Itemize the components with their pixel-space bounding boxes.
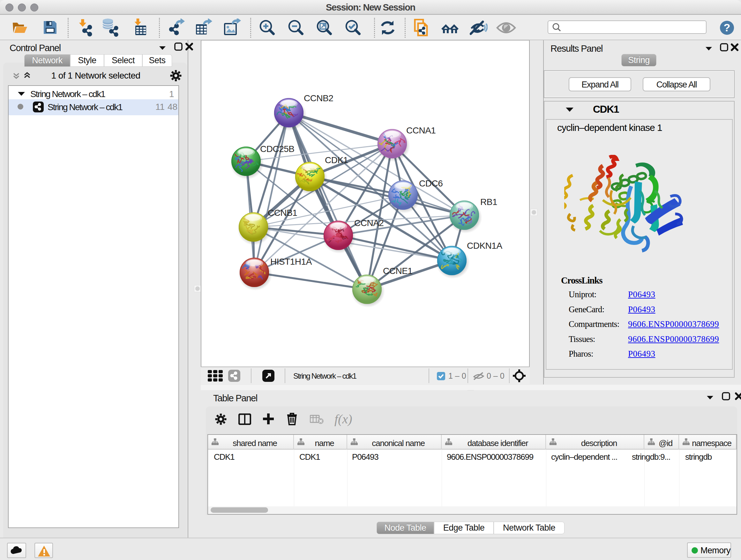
svg-text:CCNB2: CCNB2 [304, 93, 333, 103]
svg-text:HIST1H1A: HIST1H1A [270, 257, 312, 266]
svg-text:RB1: RB1 [480, 197, 497, 207]
svg-text:CCNB1: CCNB1 [268, 208, 297, 218]
svg-text:CDC6: CDC6 [419, 179, 443, 188]
svg-text:CCNA2: CCNA2 [354, 218, 384, 228]
svg-text:CCNA1: CCNA1 [406, 125, 435, 135]
svg-text:CDKN1A: CDKN1A [467, 241, 502, 251]
svg-text:CCNE1: CCNE1 [383, 266, 412, 276]
svg-text:?: ? [724, 21, 731, 34]
svg-text:CDK1: CDK1 [325, 155, 348, 165]
svg-text:CDC25B: CDC25B [260, 144, 294, 154]
